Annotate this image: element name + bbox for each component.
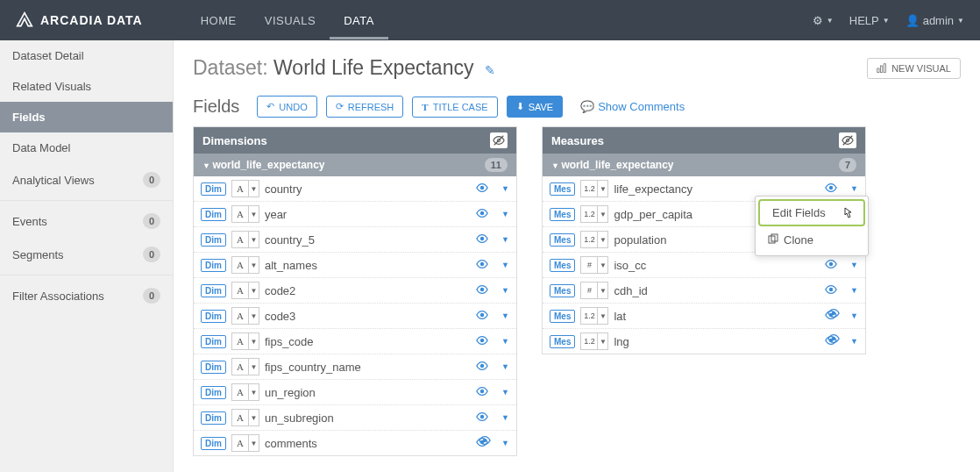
svg-point-27 — [832, 311, 835, 314]
type-selector[interactable]: A▼ — [231, 409, 259, 426]
type-selector[interactable]: A▼ — [231, 282, 259, 299]
dimensions-visibility-toggle[interactable] — [490, 132, 508, 148]
nav-data[interactable]: DATA — [330, 2, 388, 39]
refresh-button[interactable]: ⟳REFRESH — [326, 96, 404, 118]
field-menu-toggle[interactable]: ▼ — [850, 261, 858, 269]
type-selector[interactable]: A▼ — [231, 205, 259, 223]
visibility-double-icon[interactable] — [824, 309, 842, 324]
show-comments-link[interactable]: 💬Show Comments — [580, 100, 685, 113]
field-menu-toggle[interactable]: ▼ — [501, 261, 509, 269]
visibility-icon[interactable] — [475, 258, 493, 273]
brand-logo[interactable]: ARCADIA DATA — [16, 11, 143, 29]
sidebar-item-related-visuals[interactable]: Related Visuals — [0, 71, 173, 102]
svg-point-19 — [829, 185, 833, 189]
type-selector[interactable]: A▼ — [231, 231, 259, 248]
new-visual-button[interactable]: NEW VISUAL — [867, 58, 961, 79]
svg-rect-1 — [881, 66, 883, 73]
type-selector[interactable]: 1.2▼ — [580, 231, 608, 248]
visibility-icon[interactable] — [475, 232, 493, 247]
edit-dataset-icon[interactable]: ✎ — [485, 63, 495, 77]
type-selector[interactable]: A▼ — [231, 358, 259, 375]
chevron-down-icon: ▼ — [248, 333, 259, 349]
field-menu-toggle[interactable]: ▼ — [501, 184, 509, 193]
visibility-icon[interactable] — [824, 182, 842, 197]
field-menu-toggle[interactable]: ▼ — [501, 413, 509, 422]
field-menu-toggle[interactable]: ▼ — [850, 311, 858, 320]
type-selector[interactable]: A▼ — [231, 383, 259, 401]
settings-menu[interactable]: ⚙▼ — [813, 14, 834, 27]
sidebar-item-segments[interactable]: Segments0 — [0, 238, 173, 271]
comment-icon: 💬 — [580, 100, 594, 113]
field-row: DimA▼alt_names▼ — [194, 253, 516, 278]
count-badge: 0 — [143, 247, 160, 262]
type-selector[interactable]: A▼ — [231, 307, 259, 325]
text-icon: T — [422, 102, 428, 112]
visibility-icon[interactable] — [475, 334, 493, 349]
sidebar-item-label: Filter Associations — [12, 290, 104, 303]
type-selector[interactable]: A▼ — [231, 180, 259, 197]
nav-home[interactable]: HOME — [187, 2, 251, 39]
sidebar-item-data-model[interactable]: Data Model — [0, 132, 173, 163]
type-selector[interactable]: #▼ — [580, 256, 608, 274]
visibility-icon[interactable] — [824, 283, 842, 298]
dimensions-panel: Dimensions ▼ world_life_expectancy 11 Di… — [193, 126, 517, 456]
menu-clone[interactable]: Clone — [756, 228, 868, 252]
visibility-double-icon[interactable] — [475, 436, 493, 451]
field-menu-toggle[interactable]: ▼ — [501, 362, 509, 371]
nav-visuals[interactable]: VISUALS — [251, 2, 330, 39]
sidebar-item-analytical-views[interactable]: Analytical Views0 — [0, 163, 173, 197]
field-menu-toggle[interactable]: ▼ — [501, 337, 509, 346]
field-menu-toggle[interactable]: ▼ — [850, 286, 858, 295]
measures-visibility-toggle[interactable] — [839, 132, 856, 148]
count-badge: 0 — [143, 288, 160, 304]
titlecase-button[interactable]: TTITLE CASE — [412, 97, 497, 118]
field-menu-toggle[interactable]: ▼ — [501, 235, 509, 244]
undo-button[interactable]: ↶UNDO — [257, 96, 316, 118]
menu-edit-fields[interactable]: Edit Fields — [758, 199, 865, 226]
field-row: DimA▼fips_code▼ — [194, 329, 516, 354]
save-button[interactable]: ⬇SAVE — [507, 96, 564, 118]
chart-icon — [877, 63, 887, 74]
type-selector[interactable]: A▼ — [231, 434, 259, 452]
visibility-icon[interactable] — [475, 309, 493, 324]
brand-icon — [16, 11, 33, 29]
type-selector[interactable]: #▼ — [580, 282, 608, 299]
dimensions-group[interactable]: ▼ world_life_expectancy 11 — [194, 154, 516, 176]
type-selector[interactable]: 1.2▼ — [580, 307, 608, 325]
sidebar-item-events[interactable]: Events0 — [0, 204, 173, 238]
sidebar-item-dataset-detail[interactable]: Dataset Detail — [0, 40, 173, 71]
type-selector[interactable]: A▼ — [231, 333, 259, 350]
field-menu-toggle[interactable]: ▼ — [501, 286, 509, 295]
sidebar-item-label: Segments — [12, 248, 64, 261]
sidebar-item-fields[interactable]: Fields — [0, 102, 173, 132]
measures-group[interactable]: ▼ world_life_expectancy 7 — [543, 154, 865, 176]
field-menu-toggle[interactable]: ▼ — [501, 439, 509, 447]
type-selector[interactable]: 1.2▼ — [580, 180, 608, 197]
help-menu[interactable]: HELP▼ — [849, 14, 890, 27]
measures-panel: Measures ▼ world_life_expectancy 7 Mes1.… — [542, 126, 866, 354]
field-row: DimA▼un_subregion▼ — [194, 405, 516, 431]
visibility-icon[interactable] — [475, 283, 493, 298]
field-tag: Dim — [201, 411, 226, 425]
field-menu-toggle[interactable]: ▼ — [501, 311, 509, 320]
field-row: DimA▼year▼ — [194, 202, 516, 227]
visibility-icon[interactable] — [475, 207, 493, 222]
visibility-icon[interactable] — [475, 360, 493, 375]
field-menu-toggle[interactable]: ▼ — [850, 337, 858, 346]
visibility-icon[interactable] — [824, 258, 842, 273]
visibility-icon[interactable] — [475, 411, 493, 426]
field-row: Mes1.2▼life_expectancy▼Edit FieldsClone — [543, 176, 865, 202]
sidebar-item-filter-associations[interactable]: Filter Associations0 — [0, 279, 173, 312]
svg-point-12 — [480, 363, 484, 367]
field-row: DimA▼country▼ — [194, 176, 516, 202]
visibility-icon[interactable] — [475, 182, 493, 197]
field-menu-toggle[interactable]: ▼ — [850, 184, 858, 193]
type-selector[interactable]: 1.2▼ — [580, 205, 608, 223]
field-menu-toggle[interactable]: ▼ — [501, 388, 509, 397]
type-selector[interactable]: 1.2▼ — [580, 333, 608, 350]
visibility-icon[interactable] — [475, 385, 493, 400]
type-selector[interactable]: A▼ — [231, 256, 259, 274]
field-menu-toggle[interactable]: ▼ — [501, 210, 509, 218]
visibility-double-icon[interactable] — [824, 334, 842, 349]
user-menu[interactable]: 👤admin▼ — [905, 14, 964, 27]
